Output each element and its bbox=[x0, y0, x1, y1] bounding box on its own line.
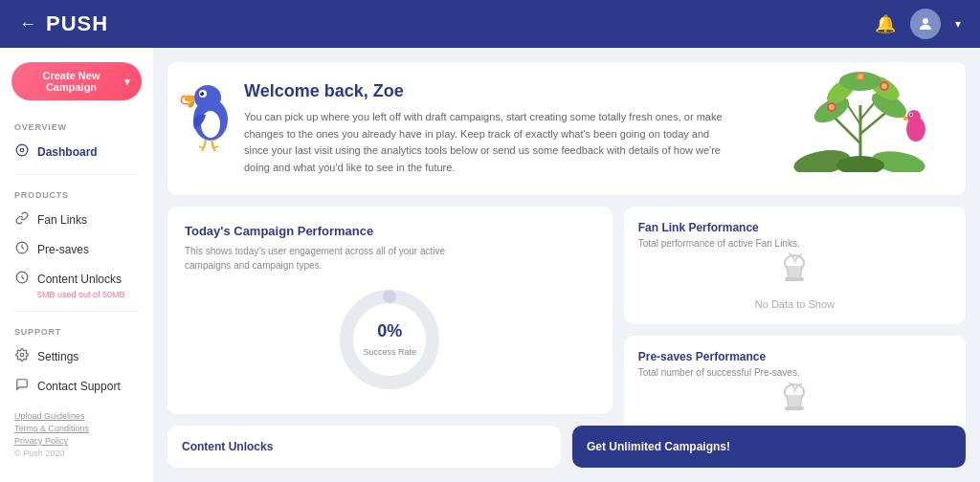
svg-rect-46 bbox=[785, 406, 804, 410]
sidebar-item-label: Fan Links bbox=[37, 213, 87, 227]
svg-point-33 bbox=[858, 75, 863, 79]
bell-icon[interactable]: 🔔 bbox=[875, 13, 896, 34]
donut-percent: 0% bbox=[364, 321, 417, 341]
svg-line-12 bbox=[204, 140, 206, 148]
upload-guidelines-link[interactable]: Upload Guidelines bbox=[14, 411, 85, 421]
donut-chart: 0% Success Rate bbox=[332, 282, 447, 397]
svg-line-13 bbox=[212, 140, 213, 148]
svg-line-15 bbox=[202, 148, 204, 151]
svg-point-11 bbox=[200, 92, 202, 94]
create-campaign-wrap: Create New Campaign ▾ bbox=[0, 62, 153, 115]
content-unlocks-icon bbox=[14, 271, 30, 287]
sidebar-section-overview: OVERVIEW Dashboard bbox=[0, 115, 153, 166]
dashboard-icon bbox=[14, 143, 30, 160]
donut-desc: Success Rate bbox=[364, 347, 417, 357]
svg-point-7 bbox=[194, 85, 221, 110]
bottom-cards-row: Content Unlocks Get Unlimited Campaigns! bbox=[167, 426, 966, 468]
svg-rect-44 bbox=[785, 277, 804, 281]
sidebar-section-support: SUPPORT Settings Contact Support bbox=[0, 319, 153, 401]
presaves-icon bbox=[14, 241, 30, 257]
svg-point-2 bbox=[20, 148, 24, 152]
sidebar-item-presaves[interactable]: Pre-saves bbox=[0, 234, 153, 264]
svg-point-37 bbox=[910, 114, 912, 116]
svg-point-5 bbox=[20, 353, 24, 357]
content-unlocks-sub: 5MB used out of 50MB bbox=[0, 290, 153, 303]
campaign-card-subtitle: This shows today's user engagement acros… bbox=[185, 244, 472, 273]
terms-link[interactable]: Terms & Conditions bbox=[14, 424, 89, 433]
sidebar-item-fan-links[interactable]: Fan Links bbox=[0, 205, 153, 234]
sidebar-item-settings[interactable]: Settings bbox=[0, 341, 153, 371]
create-campaign-label: Create New Campaign bbox=[23, 70, 120, 93]
svg-point-35 bbox=[907, 110, 921, 123]
fan-link-title: Fan Link Performance bbox=[638, 221, 951, 234]
sidebar-item-label: Dashboard bbox=[37, 145, 98, 159]
header-right: 🔔 ▾ bbox=[875, 9, 961, 39]
svg-point-0 bbox=[923, 18, 928, 24]
avatar[interactable] bbox=[910, 9, 941, 39]
svg-line-14 bbox=[199, 146, 204, 148]
campaign-card-title: Today's Campaign Performance bbox=[185, 224, 595, 238]
section-label-support: SUPPORT bbox=[0, 319, 153, 341]
footer-links: Upload Guidelines Terms & Conditions Pri… bbox=[14, 411, 139, 446]
plant-illustration bbox=[774, 67, 947, 172]
header: ← PUSH 🔔 ▾ bbox=[0, 0, 980, 48]
presaves-subtitle: Total number of successful Pre-saves. bbox=[638, 367, 951, 378]
get-unlimited-title: Get Unlimited Campaigns! bbox=[587, 440, 951, 453]
section-label-products: PRODUCTS bbox=[0, 183, 153, 205]
svg-line-16 bbox=[213, 146, 218, 148]
content-unlocks-bottom-card: Content Unlocks bbox=[167, 426, 561, 468]
sidebar-section-products: PRODUCTS Fan Links Pre-saves Content Unl… bbox=[0, 183, 153, 303]
cards-row: Today's Campaign Performance This shows … bbox=[167, 207, 966, 414]
chevron-down-icon[interactable]: ▾ bbox=[955, 17, 961, 31]
logo: PUSH bbox=[46, 11, 108, 36]
main-layout: Create New Campaign ▾ OVERVIEW Dashboard… bbox=[0, 48, 980, 482]
copyright: © Push 2020 bbox=[14, 449, 139, 458]
presaves-title: Pre-saves Performance bbox=[638, 350, 951, 363]
content-unlocks-bottom-title: Content Unlocks bbox=[182, 440, 546, 453]
fan-link-card: Fan Link Performance Total performance o… bbox=[624, 207, 966, 324]
presaves-plant-pot-icon bbox=[775, 378, 813, 423]
sidebar-item-contact-support[interactable]: Contact Support bbox=[0, 371, 153, 401]
divider-2 bbox=[14, 311, 139, 312]
svg-point-31 bbox=[881, 83, 887, 89]
content-area: Welcome back, Zoe You can pick up where … bbox=[153, 48, 980, 482]
dropdown-icon: ▾ bbox=[124, 76, 130, 88]
sidebar-item-dashboard[interactable]: Dashboard bbox=[0, 137, 153, 166]
fan-link-subtitle: Total performance of active Fan Links. bbox=[638, 238, 951, 249]
plant-pot-icon bbox=[775, 249, 813, 294]
get-unlimited-card[interactable]: Get Unlimited Campaigns! bbox=[572, 426, 966, 468]
sidebar: Create New Campaign ▾ OVERVIEW Dashboard… bbox=[0, 48, 153, 482]
header-left: ← PUSH bbox=[19, 11, 108, 36]
welcome-text: You can pick up where you left off with … bbox=[244, 109, 723, 176]
fan-link-no-data-text: No Data to Show bbox=[755, 298, 835, 310]
svg-point-1 bbox=[16, 144, 28, 156]
fan-links-icon bbox=[14, 211, 30, 228]
sidebar-item-label: Settings bbox=[37, 350, 78, 363]
donut-chart-area: 0% Success Rate bbox=[185, 282, 595, 397]
right-cards: Fan Link Performance Total performance o… bbox=[624, 207, 966, 414]
back-button[interactable]: ← bbox=[19, 14, 36, 34]
welcome-card: Welcome back, Zoe You can pick up where … bbox=[167, 62, 966, 195]
sidebar-item-label: Content Unlocks bbox=[37, 273, 122, 286]
privacy-link[interactable]: Privacy Policy bbox=[14, 436, 68, 446]
fan-link-no-data: No Data to Show bbox=[638, 249, 951, 310]
donut-label: 0% Success Rate bbox=[364, 321, 417, 359]
sidebar-footer: Upload Guidelines Terms & Conditions Pri… bbox=[0, 402, 153, 468]
divider-1 bbox=[14, 174, 139, 175]
campaign-performance-card: Today's Campaign Performance This shows … bbox=[167, 207, 612, 414]
settings-icon bbox=[14, 348, 30, 364]
section-label-overview: OVERVIEW bbox=[0, 115, 153, 137]
svg-line-17 bbox=[213, 148, 215, 151]
sidebar-item-label: Pre-saves bbox=[37, 243, 89, 256]
bird-illustration bbox=[177, 67, 244, 153]
contact-icon bbox=[14, 378, 30, 394]
svg-point-29 bbox=[829, 104, 835, 110]
sidebar-item-label: Contact Support bbox=[37, 380, 121, 393]
create-campaign-button[interactable]: Create New Campaign ▾ bbox=[11, 62, 142, 100]
